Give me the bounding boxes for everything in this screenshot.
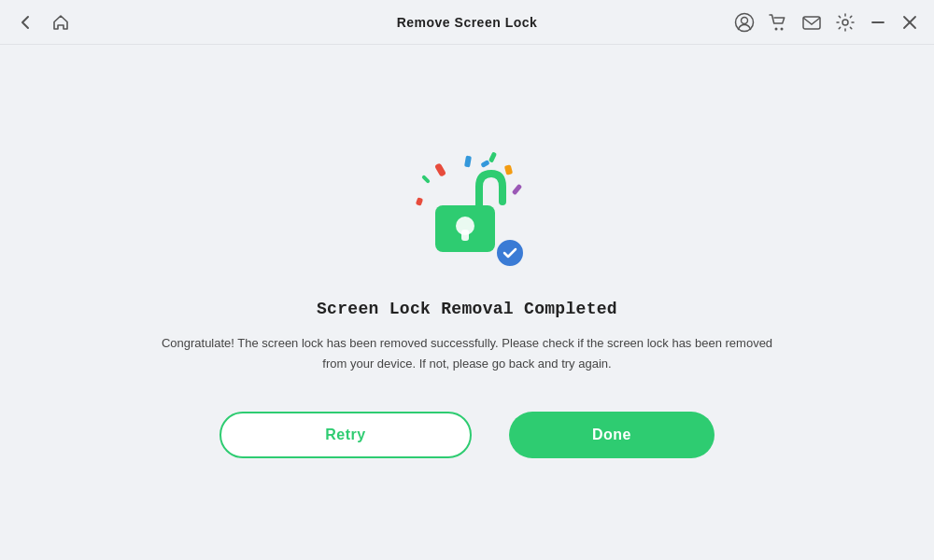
svg-point-5 — [842, 20, 848, 25]
confetti-3 — [488, 151, 497, 162]
svg-point-1 — [742, 17, 748, 23]
svg-rect-4 — [803, 17, 820, 29]
mail-icon[interactable] — [801, 12, 822, 33]
svg-rect-11 — [461, 230, 469, 241]
settings-icon[interactable] — [835, 12, 856, 33]
back-button[interactable] — [15, 12, 35, 33]
retry-button[interactable]: Retry — [219, 412, 472, 458]
titlebar-right — [734, 12, 919, 33]
account-icon[interactable] — [734, 12, 755, 33]
minimize-button[interactable] — [869, 13, 887, 32]
confetti-2 — [464, 155, 472, 167]
check-badge — [495, 238, 525, 268]
done-button[interactable]: Done — [509, 412, 715, 458]
home-button[interactable] — [50, 12, 71, 33]
confetti-5 — [512, 184, 523, 195]
confetti-6 — [416, 197, 423, 206]
titlebar-left — [15, 12, 71, 33]
window-title: Remove Screen Lock — [397, 15, 538, 30]
lock-icon — [428, 168, 507, 256]
svg-point-3 — [781, 27, 784, 30]
svg-point-2 — [775, 27, 778, 30]
completion-description: Congratulate! The screen lock has been r… — [149, 333, 785, 374]
close-button[interactable] — [900, 13, 919, 32]
main-content: Screen Lock Removal Completed Congratula… — [0, 45, 934, 560]
confetti-8 — [480, 160, 489, 168]
titlebar: Remove Screen Lock — [0, 0, 934, 45]
cart-icon[interactable] — [768, 12, 788, 33]
buttons-row: Retry Done — [219, 412, 715, 458]
completion-title: Screen Lock Removal Completed — [317, 300, 617, 318]
lock-icon-container — [402, 147, 532, 277]
